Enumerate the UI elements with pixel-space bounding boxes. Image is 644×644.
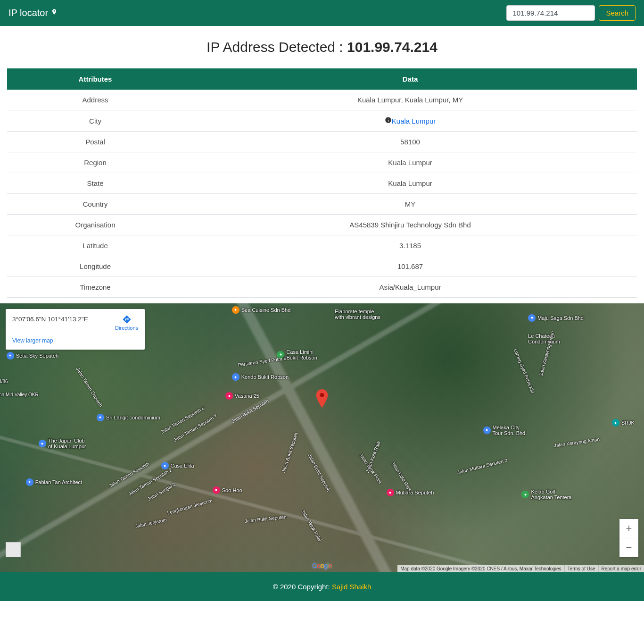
attr-cell: City	[7, 110, 183, 132]
data-cell: Kuala Lumpur	[183, 110, 637, 132]
data-cell: 58100	[183, 132, 637, 152]
attr-cell: Address	[7, 90, 183, 110]
google-logo: Google	[312, 562, 332, 569]
data-cell: Kuala Lumpur, Kuala Lumpur, MY	[183, 90, 637, 110]
table-row: CountryMY	[7, 194, 637, 215]
map-toggle-button[interactable]	[6, 542, 21, 557]
city-link[interactable]: Kuala Lumpur	[392, 117, 436, 125]
brand-text: IP locator	[8, 8, 48, 18]
ip-data-table: Attributes Data AddressKuala Lumpur, Kua…	[7, 68, 637, 298]
data-cell: Asia/Kuala_Lumpur	[183, 277, 637, 298]
table-row: OrganisationAS45839 Shinjiru Technology …	[7, 215, 637, 235]
coords-text: 3°07'06.6"N 101°41'13.2"E	[12, 315, 88, 323]
table-row: TimezoneAsia/Kuala_Lumpur	[7, 277, 637, 298]
table-row: RegionKuala Lumpur	[7, 152, 637, 173]
navbar-right: Search	[506, 5, 636, 21]
location-pin-icon	[51, 8, 58, 18]
zoom-in-button[interactable]: +	[619, 519, 638, 538]
author-link[interactable]: Sajid Shaikh	[332, 583, 371, 591]
map-info-card: 3°07'06.6"N 101°41'13.2"E Directions Vie…	[6, 309, 145, 350]
data-cell: AS45839 Shinjiru Technology Sdn Bhd	[183, 215, 637, 235]
table-row: Longitude101.687	[7, 256, 637, 277]
data-cell: Kuala Lumpur	[183, 173, 637, 194]
page-title: IP Address Detected : 101.99.74.214	[0, 26, 644, 68]
attrib-terms[interactable]: Terms of Use	[564, 565, 598, 572]
attr-cell: State	[7, 173, 183, 194]
brand[interactable]: IP locator	[8, 8, 58, 18]
table-row: Latitude3.1185	[7, 235, 637, 256]
zoom-controls: + −	[619, 519, 638, 557]
attr-cell: Postal	[7, 132, 183, 152]
th-data: Data	[183, 68, 637, 90]
ip-input[interactable]	[506, 5, 595, 21]
attr-cell: Country	[7, 194, 183, 215]
search-button[interactable]: Search	[599, 5, 636, 21]
data-cell: MY	[183, 194, 637, 215]
th-attributes: Attributes	[7, 68, 183, 90]
attr-cell: Longitude	[7, 256, 183, 277]
title-ip: 101.99.74.214	[347, 39, 438, 55]
attr-cell: Region	[7, 152, 183, 173]
zoom-out-button[interactable]: −	[619, 538, 638, 557]
directions-icon	[122, 315, 132, 324]
data-cell: 3.1185	[183, 235, 637, 256]
footer: © 2020 Copyright: Sajid Shaikh	[0, 572, 644, 601]
copyright-text: © 2020 Copyright:	[273, 583, 332, 591]
table-row: StateKuala Lumpur	[7, 173, 637, 194]
directions-label: Directions	[115, 325, 138, 331]
attrib-data: Map data ©2020 Google Imagery ©2020 CNES…	[397, 565, 564, 572]
info-icon	[385, 117, 392, 125]
map-marker-icon	[315, 389, 329, 411]
svg-point-16	[320, 393, 324, 397]
attr-cell: Timezone	[7, 277, 183, 298]
attr-cell: Organisation	[7, 215, 183, 235]
title-prefix: IP Address Detected :	[206, 39, 347, 55]
map[interactable]: Sea Cuisine Sdn BhdElaborate temple with…	[0, 303, 644, 572]
attr-cell: Latitude	[7, 235, 183, 256]
table-row: Postal58100	[7, 132, 637, 152]
directions-button[interactable]: Directions	[115, 315, 138, 331]
attrib-report[interactable]: Report a map error	[598, 565, 644, 572]
data-cell: 101.687	[183, 256, 637, 277]
table-row: AddressKuala Lumpur, Kuala Lumpur, MY	[7, 90, 637, 110]
view-larger-link[interactable]: View larger map	[12, 337, 53, 344]
navbar: IP locator Search	[0, 0, 644, 26]
data-cell: Kuala Lumpur	[183, 152, 637, 173]
map-attribution: Map data ©2020 Google Imagery ©2020 CNES…	[397, 565, 644, 572]
table-row: CityKuala Lumpur	[7, 110, 637, 132]
